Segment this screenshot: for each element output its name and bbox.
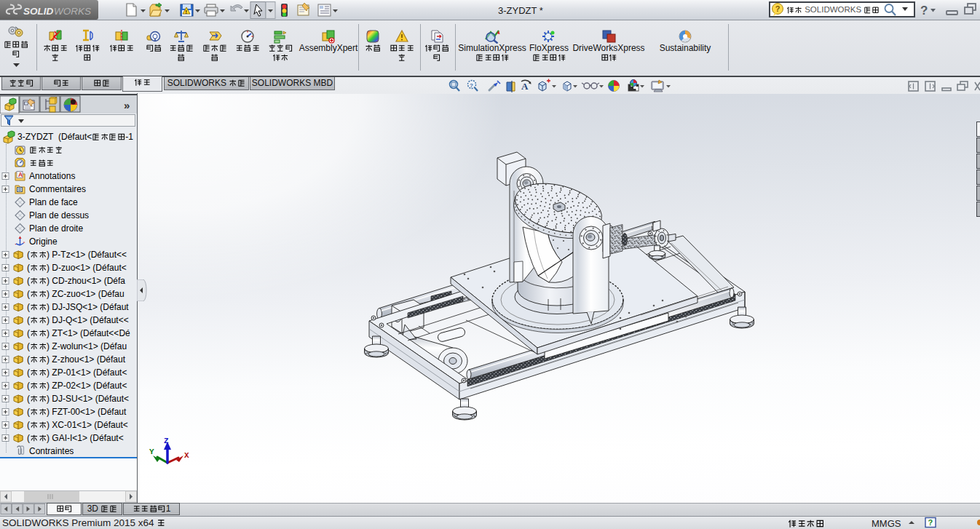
svg-text:X: X xyxy=(184,451,189,460)
svg-text:?: ? xyxy=(920,4,928,17)
svg-text:WORKS: WORKS xyxy=(54,6,91,17)
svg-text:Y: Y xyxy=(149,448,154,456)
svg-text:?: ? xyxy=(928,518,933,527)
svg-text:SOLID: SOLID xyxy=(23,6,54,17)
svg-text:!: ! xyxy=(186,9,187,15)
svg-text:A: A xyxy=(521,81,529,92)
svg-text:?: ? xyxy=(775,4,781,13)
svg-text:?: ? xyxy=(470,82,473,89)
svg-text:Z: Z xyxy=(164,437,169,445)
svg-text:»: » xyxy=(124,99,130,111)
